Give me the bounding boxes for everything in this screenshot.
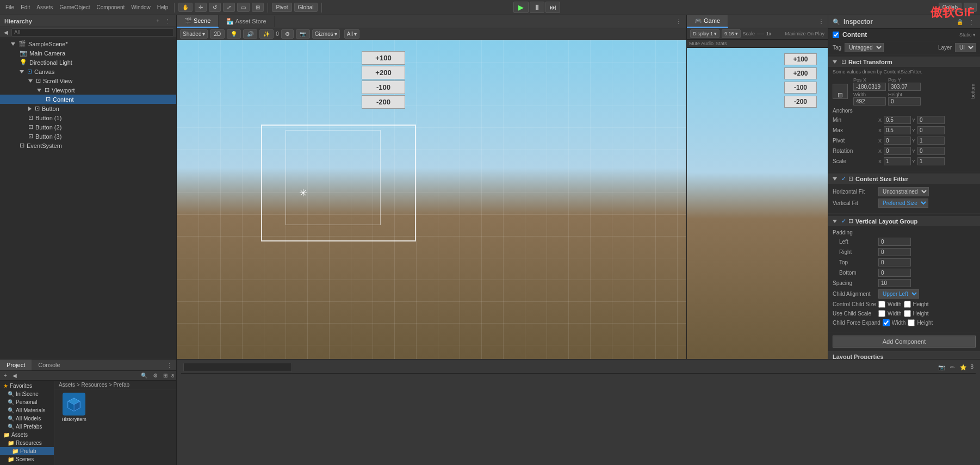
step-button[interactable]: ⏭ xyxy=(545,2,560,13)
global-btn[interactable]: Global xyxy=(294,3,318,12)
object-active-checkbox[interactable] xyxy=(833,32,839,38)
proj-assets[interactable]: 📁 Assets xyxy=(0,431,54,439)
scene-options-btn[interactable]: ⋮ xyxy=(674,18,683,25)
horiz-fit-select[interactable]: Unconstrained xyxy=(878,187,929,196)
hierarchy-search[interactable] xyxy=(11,28,174,36)
play-button[interactable]: ▶ xyxy=(513,2,529,13)
project-grid-btn[interactable]: ⊞ xyxy=(162,372,169,379)
anchor-min-x[interactable] xyxy=(884,116,911,124)
spacing-input[interactable] xyxy=(878,279,911,287)
project-back-btn[interactable]: ◀ xyxy=(11,372,18,379)
tab-asset-store[interactable]: 🏪 Asset Store xyxy=(219,16,274,27)
tab-game[interactable]: 🎮 Game xyxy=(687,15,728,28)
tag-select[interactable]: Untagged xyxy=(845,43,884,52)
top-input[interactable] xyxy=(878,258,911,266)
scale-slider[interactable]: ── xyxy=(757,31,764,36)
shading-dropdown[interactable]: Shaded ▾ xyxy=(180,29,208,39)
hierarchy-options-btn[interactable]: ⋮ xyxy=(163,17,172,24)
hierarchy-back-btn[interactable]: ◀ xyxy=(2,29,10,36)
height-input[interactable] xyxy=(888,97,921,106)
tab-project[interactable]: Project xyxy=(0,359,32,370)
vert-fit-select[interactable]: Preferred Size xyxy=(878,199,928,208)
rect-transform-header[interactable]: ⊡ Rect Transform xyxy=(828,57,980,67)
proj-favorites[interactable]: ★ Favorites xyxy=(0,382,54,390)
pos-x-input[interactable] xyxy=(853,83,886,91)
all-dropdown[interactable]: All ▾ xyxy=(344,29,359,39)
layer-select[interactable]: UI xyxy=(955,43,976,52)
fx-btn[interactable]: ✨ xyxy=(259,29,274,39)
anchor-max-x[interactable] xyxy=(884,126,911,134)
tab-scene[interactable]: 🎬 Scene xyxy=(177,15,219,28)
expand-height-checkbox[interactable] xyxy=(908,319,915,326)
rect-tool-btn[interactable]: ▭ xyxy=(237,3,250,12)
scene-extra-btn[interactable]: ⚙ xyxy=(281,29,294,39)
menu-edit[interactable]: Edit xyxy=(18,4,32,10)
move-tool-btn[interactable]: ✛ xyxy=(195,3,207,12)
rot-x[interactable] xyxy=(884,147,911,155)
proj-all-models[interactable]: 🔍 All Models xyxy=(0,414,54,423)
menu-window[interactable]: Window xyxy=(129,4,153,10)
game-viewport[interactable]: +100 +200 -100 -200 xyxy=(687,48,828,359)
rotate-tool-btn[interactable]: ↺ xyxy=(209,3,221,12)
proj-all-materials[interactable]: 🔍 All Materials xyxy=(0,406,54,414)
pivot-btn[interactable]: Pivot xyxy=(272,3,291,12)
rot-y[interactable] xyxy=(917,147,945,155)
add-component-btn[interactable]: Add Component xyxy=(833,336,976,348)
hierarchy-item-samplescene[interactable]: 🎬 SampleScene* xyxy=(0,39,176,48)
left-input[interactable] xyxy=(878,238,911,246)
scale-tool-btn[interactable]: ⤢ xyxy=(223,3,235,12)
anchor-max-y[interactable] xyxy=(917,126,945,134)
menu-gameobject[interactable]: GameObject xyxy=(57,4,92,10)
child-alignment-select[interactable]: Upper Left xyxy=(878,289,919,299)
display-dropdown[interactable]: Display 1 ▾ xyxy=(690,29,720,38)
proj-scenes[interactable]: 📁 Scenes xyxy=(0,455,54,463)
hierarchy-item-maincamera[interactable]: 📷 Main Camera xyxy=(0,48,176,58)
pos-y-input[interactable] xyxy=(888,83,921,91)
stats-label[interactable]: Stats xyxy=(716,41,727,46)
menu-help[interactable]: Help xyxy=(155,4,171,10)
pivot-x[interactable] xyxy=(884,137,911,145)
anchor-min-y[interactable] xyxy=(917,116,945,124)
multi-tool-btn[interactable]: ⊞ xyxy=(252,3,264,12)
scale-height-checkbox[interactable] xyxy=(904,310,911,317)
hierarchy-item-content[interactable]: ⊡ Content xyxy=(0,95,176,104)
hierarchy-add-btn[interactable]: + xyxy=(154,17,161,24)
tab-console[interactable]: Console xyxy=(32,359,66,370)
gizmos-dropdown[interactable]: Gizmos ▾ xyxy=(312,29,340,39)
menu-assets[interactable]: Assets xyxy=(34,4,55,10)
menu-file[interactable]: File xyxy=(3,4,16,10)
proj-all-prefabs[interactable]: 🔍 All Prefabs xyxy=(0,423,54,431)
hierarchy-item-eventsystem[interactable]: ⊡ EventSystem xyxy=(0,141,176,150)
aspect-dropdown[interactable]: 9:16 ▾ xyxy=(722,29,741,38)
audio-btn[interactable]: 🔊 xyxy=(243,29,257,39)
csf-header[interactable]: ✓ ⊡ Content Size Fitter xyxy=(828,173,980,184)
proj-personal[interactable]: 🔍 Personal xyxy=(0,398,54,406)
scale-width-checkbox[interactable] xyxy=(878,310,885,317)
asset-history-item[interactable]: HistoryItem xyxy=(58,393,90,422)
menu-component[interactable]: Component xyxy=(95,4,127,10)
width-input[interactable] xyxy=(853,97,886,106)
hierarchy-item-button3[interactable]: ⊡ Button (3) xyxy=(0,132,176,141)
proj-prefab[interactable]: 📁 Prefab xyxy=(0,447,54,455)
vlg-header[interactable]: ✓ ⊡ Vertical Layout Group xyxy=(828,216,980,226)
maximize-on-play[interactable]: Maximize On Play xyxy=(785,31,824,36)
hierarchy-item-button2[interactable]: ⊡ Button (2) xyxy=(0,122,176,132)
control-height-checkbox[interactable] xyxy=(904,301,911,308)
anchor-diagram[interactable] xyxy=(833,84,848,99)
right-input[interactable] xyxy=(878,248,911,256)
pause-button[interactable]: ⏸ xyxy=(530,2,544,13)
bottom-input[interactable] xyxy=(878,269,911,277)
project-options-btn[interactable]: ⋮ xyxy=(165,362,174,369)
2d-btn[interactable]: 2D xyxy=(210,29,225,39)
scale-y[interactable] xyxy=(917,157,945,165)
hierarchy-item-button[interactable]: ⊡ Button xyxy=(0,104,176,113)
game-options-btn[interactable]: ⋮ xyxy=(817,18,826,25)
mute-audio-label[interactable]: Mute Audio xyxy=(689,41,714,46)
hierarchy-item-scrollview[interactable]: ⊡ Scroll View xyxy=(0,76,176,85)
project-add-btn[interactable]: + xyxy=(2,372,9,379)
hand-tool-btn[interactable]: ✋ xyxy=(178,3,193,12)
scene-camera-btn[interactable]: 📷 xyxy=(296,29,310,39)
pivot-y[interactable] xyxy=(917,137,945,145)
bottom-icon2[interactable]: ✏ xyxy=(948,364,956,371)
scale-x[interactable] xyxy=(884,157,911,165)
